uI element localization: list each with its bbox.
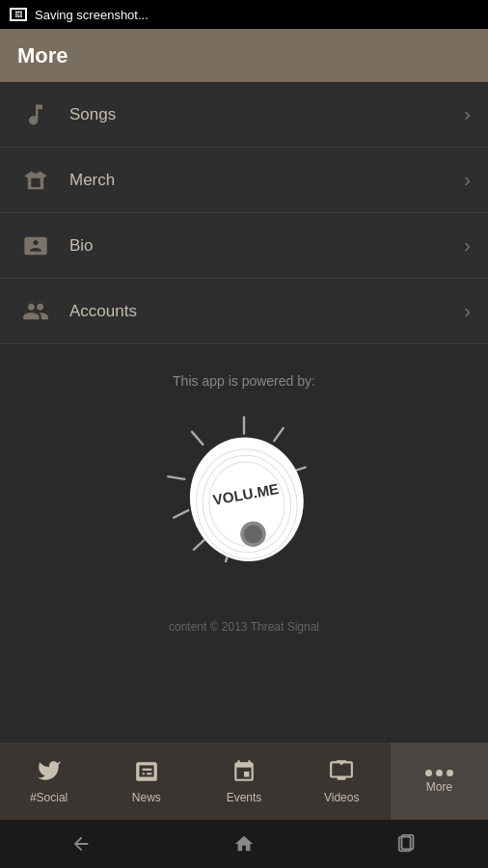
powered-section: This app is powered by: bbox=[0, 344, 488, 601]
chevron-icon-bio: › bbox=[464, 234, 471, 257]
id-icon bbox=[17, 228, 54, 264]
copyright-text: content © 2013 Threat Signal bbox=[169, 620, 319, 634]
nav-label-news: News bbox=[132, 791, 161, 804]
powered-text: This app is powered by: bbox=[173, 373, 315, 389]
svg-line-9 bbox=[192, 432, 203, 445]
chevron-icon-merch: › bbox=[464, 169, 471, 191]
news-icon bbox=[134, 758, 159, 787]
music-icon bbox=[17, 96, 54, 133]
nav-item-events[interactable]: Events bbox=[195, 743, 292, 820]
copyright: content © 2013 Threat Signal bbox=[0, 601, 488, 648]
twitter-icon bbox=[37, 758, 62, 787]
svg-line-6 bbox=[194, 539, 204, 549]
chevron-icon-accounts: › bbox=[464, 300, 471, 322]
recents-button[interactable] bbox=[396, 833, 418, 854]
bottom-nav: #Social News Events Videos bbox=[0, 743, 488, 820]
screenshot-icon: 🖼 bbox=[10, 8, 27, 21]
nav-label-more: More bbox=[426, 780, 452, 794]
page-header: More bbox=[0, 29, 488, 82]
svg-line-8 bbox=[168, 476, 184, 479]
nav-item-more[interactable]: More bbox=[391, 743, 488, 820]
chevron-icon-songs: › bbox=[464, 103, 471, 125]
tv-icon bbox=[329, 758, 354, 787]
menu-item-merch[interactable]: Merch › bbox=[0, 148, 488, 213]
android-nav bbox=[0, 820, 488, 868]
nav-item-social[interactable]: #Social bbox=[0, 743, 97, 820]
menu-list: Songs › Merch › Bio › Accounts › bbox=[0, 82, 488, 344]
nav-item-videos[interactable]: Videos bbox=[293, 743, 391, 820]
nav-label-social: #Social bbox=[30, 791, 68, 804]
page-title: More bbox=[17, 43, 68, 68]
nav-item-news[interactable]: News bbox=[97, 743, 195, 820]
status-bar: 🖼 Saving screenshot... bbox=[0, 0, 488, 29]
menu-label-songs: Songs bbox=[69, 105, 464, 124]
dots-icon bbox=[425, 770, 453, 776]
menu-item-bio[interactable]: Bio › bbox=[0, 213, 488, 279]
svg-line-7 bbox=[174, 510, 188, 518]
nav-label-videos: Videos bbox=[324, 791, 359, 804]
menu-label-bio: Bio bbox=[69, 236, 464, 256]
shirt-icon bbox=[17, 162, 54, 199]
status-text: Saving screenshot... bbox=[35, 8, 149, 22]
menu-item-accounts[interactable]: Accounts › bbox=[0, 279, 488, 344]
menu-item-songs[interactable]: Songs › bbox=[0, 82, 488, 148]
svg-line-1 bbox=[274, 428, 283, 441]
calendar-icon bbox=[231, 758, 257, 787]
home-button[interactable] bbox=[233, 833, 255, 854]
people-icon bbox=[17, 293, 54, 330]
volume-logo-svg: VOLU.ME bbox=[157, 403, 331, 586]
nav-label-events: Events bbox=[227, 791, 262, 804]
back-button[interactable] bbox=[70, 833, 92, 854]
menu-label-accounts: Accounts bbox=[69, 302, 464, 321]
volume-logo[interactable]: VOLU.ME bbox=[157, 408, 331, 582]
menu-label-merch: Merch bbox=[69, 171, 464, 190]
